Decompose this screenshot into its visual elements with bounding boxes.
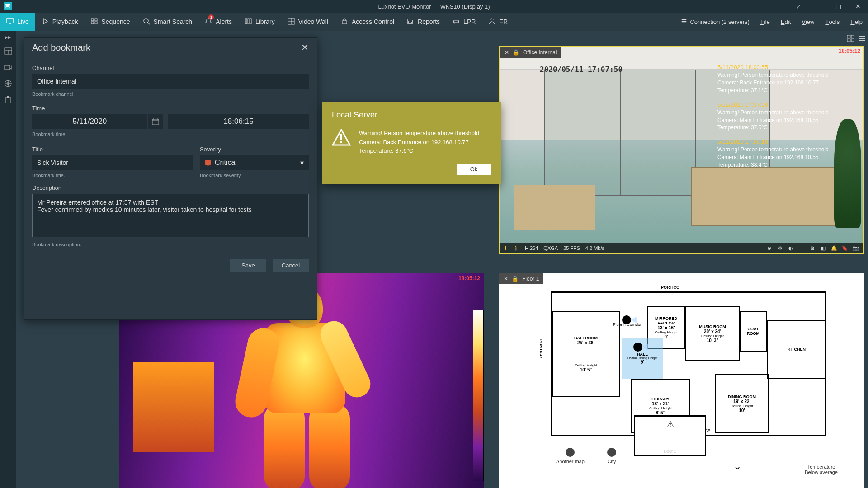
svg-point-7 <box>144 19 148 23</box>
svg-rect-18 <box>7 96 9 98</box>
critical-flag-icon <box>205 160 211 166</box>
tile-close-icon[interactable]: ✕ <box>505 49 509 56</box>
cancel-button[interactable]: Cancel <box>273 259 309 272</box>
menu-help[interactable]: Help <box>845 19 868 25</box>
svg-rect-12 <box>342 21 347 24</box>
layouts-icon[interactable] <box>3 46 14 56</box>
menu-tools[interactable]: Tools <box>820 19 845 25</box>
channel-input[interactable] <box>32 74 309 89</box>
tab-lpr[interactable]: LPR <box>446 13 482 31</box>
dewarping-icon[interactable]: ◐ <box>787 244 794 252</box>
save-button[interactable]: Save <box>230 259 266 272</box>
warning-icon <box>332 129 351 146</box>
svg-rect-24 <box>340 134 342 140</box>
library-icon <box>245 18 252 26</box>
tile-office-internal[interactable]: ✕ 🔒 Office Internal 18:05:12 2020/05/11 … <box>499 46 864 254</box>
tile-close-icon[interactable]: ✕ <box>504 276 508 282</box>
tab-live[interactable]: Live <box>0 13 35 31</box>
svg-rect-22 <box>851 39 854 42</box>
menu-edit[interactable]: Edit <box>775 19 796 25</box>
svg-rect-21 <box>847 39 850 42</box>
sequence-icon <box>91 18 98 26</box>
main-toolbar: Live Playback Sequence Smart Search 1 Al… <box>0 13 868 31</box>
tab-fr[interactable]: FR <box>482 13 514 31</box>
play-icon <box>42 18 49 26</box>
add-bookmark-panel: Add bookmark ✕ Channel Bookmark channel.… <box>24 37 317 320</box>
camera-marker[interactable] <box>622 315 631 324</box>
svg-rect-9 <box>248 19 249 24</box>
grid-icon <box>288 18 295 26</box>
person-icon <box>488 18 495 26</box>
tag-icon[interactable]: ◧ <box>820 244 827 252</box>
multiview-icon[interactable] <box>847 35 854 43</box>
lock-icon[interactable]: 🔒 <box>512 276 519 282</box>
svg-rect-23 <box>152 119 159 125</box>
car-icon <box>453 18 460 26</box>
tab-library[interactable]: Library <box>238 13 281 31</box>
tab-video-wall[interactable]: Video Wall <box>281 13 335 31</box>
ok-button[interactable]: Ok <box>457 164 491 175</box>
tile-clock: 18:05:12 <box>458 275 480 282</box>
tab-access-control[interactable]: Access Control <box>335 13 401 31</box>
svg-rect-6 <box>95 22 97 24</box>
expand-sidebar-icon[interactable]: ▸▸ <box>0 33 16 40</box>
titlebar: Luxriot EVO Monitor — WKS10 (Display 1) … <box>0 0 868 13</box>
snapshot-icon[interactable]: 📷 <box>852 244 859 252</box>
file-icon[interactable]: 🗎 <box>809 244 816 252</box>
thermal-colorbar <box>473 310 484 481</box>
close-icon[interactable]: ✕ <box>301 42 309 53</box>
chart-icon <box>407 18 414 26</box>
chevron-down-icon[interactable]: ⌄ <box>733 460 741 472</box>
title-input[interactable] <box>32 155 193 170</box>
lock-icon <box>341 18 348 26</box>
tab-sequence[interactable]: Sequence <box>85 13 137 31</box>
tab-playback[interactable]: Playback <box>35 13 85 31</box>
svg-rect-17 <box>6 97 10 103</box>
connection-indicator[interactable]: Connection (2 servers) <box>675 18 755 26</box>
svg-rect-5 <box>91 22 94 24</box>
svg-rect-4 <box>95 19 97 21</box>
fullscreen-icon[interactable]: ⛶ <box>798 244 805 252</box>
bookmark-icon[interactable]: 🔖 <box>841 244 849 252</box>
svg-rect-3 <box>91 19 94 21</box>
lock-icon[interactable]: 🔒 <box>513 49 519 56</box>
ptz-icon[interactable]: ✥ <box>776 244 783 252</box>
camera-list-icon[interactable] <box>3 62 14 72</box>
tile-floorplan[interactable]: ✕ 🔒 Floor 1 PORTICO BALLROOM 25' x 36' C… <box>499 273 864 488</box>
globe-icon[interactable] <box>3 79 14 89</box>
description-input[interactable] <box>32 194 309 237</box>
temperature-legend: Temperature Below average <box>805 464 838 475</box>
severity-select[interactable]: Critical ▾ <box>200 155 309 170</box>
svg-rect-20 <box>851 35 854 38</box>
svg-rect-10 <box>250 19 251 24</box>
menu-file[interactable]: File <box>755 19 775 25</box>
clipboard-icon[interactable] <box>3 95 14 105</box>
nav-another-map[interactable]: Another map <box>556 448 585 464</box>
local-server-alert: Local Server Warning! Person temperature… <box>322 102 501 184</box>
app-title: Luxriot EVO Monitor — WKS10 (Display 1) <box>0 3 868 10</box>
svg-rect-2 <box>7 19 13 23</box>
svg-rect-19 <box>847 35 850 38</box>
monitor-icon <box>6 18 14 26</box>
svg-rect-8 <box>245 19 247 24</box>
time-input[interactable] <box>168 114 309 129</box>
tab-reports[interactable]: Reports <box>401 13 446 31</box>
tile-name: Office Internal <box>523 49 557 56</box>
tab-smart-search[interactable]: Smart Search <box>137 13 199 31</box>
date-input[interactable] <box>32 114 147 129</box>
person-detected-icon: 🚶 <box>513 245 519 251</box>
bell-icon[interactable]: 🔔 <box>830 244 838 252</box>
panel-title: Add bookmark <box>32 42 90 53</box>
tab-alerts[interactable]: 1 Alerts <box>198 13 238 31</box>
menu-view[interactable]: View <box>796 19 820 25</box>
zoom-in-icon[interactable]: ⊕ <box>765 244 773 252</box>
calendar-icon[interactable] <box>147 114 163 129</box>
menu-icon[interactable] <box>859 35 865 43</box>
camera-marker[interactable] <box>633 343 642 352</box>
stream-stats: ⬇ 🚶 H.264 QXGA 25 FPS 4.2 Mb/s ⊕ ✥ ◐ ⛶ 🗎… <box>500 243 863 253</box>
main-area: ✕ 🔒 Office Internal 18:05:12 2020/05/11 … <box>16 31 868 488</box>
nav-city[interactable]: City <box>607 448 616 464</box>
download-icon[interactable]: ⬇ <box>504 245 508 251</box>
tile-clock: 18:05:12 <box>839 48 860 54</box>
osd-timestamp: 2020/05/11 17:07:50 <box>540 65 623 74</box>
